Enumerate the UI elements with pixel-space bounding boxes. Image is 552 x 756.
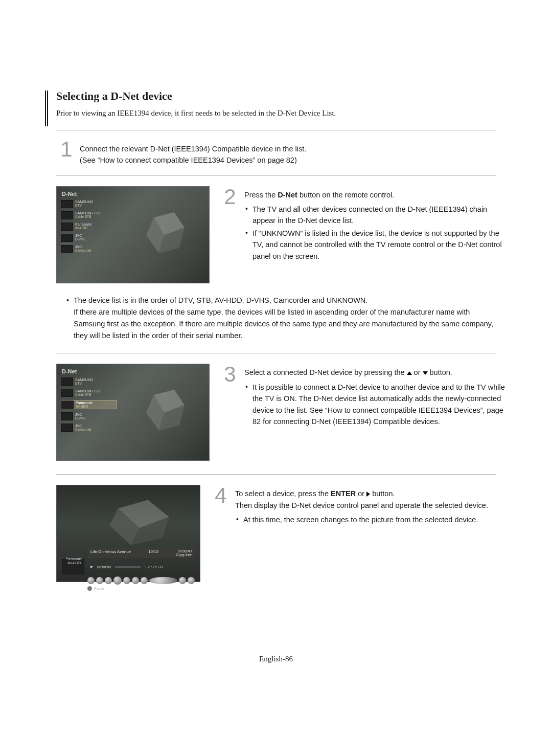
- step-4-line-2: Then display the D-Net device control pa…: [235, 501, 488, 509]
- dnet-title: D-Net: [62, 191, 77, 197]
- device-item: SAMSUNGDTV: [61, 200, 117, 208]
- cube-graphic: [133, 385, 195, 436]
- device-icon: [61, 245, 73, 253]
- device-sub: DTV: [75, 204, 114, 208]
- step-4: 4 To select a device, press the ENTER or…: [211, 485, 496, 526]
- step-2-bullet-1: The TV and all other devices connected o…: [252, 204, 505, 227]
- mid-note-bullet: The device list is in the order of DTV, …: [74, 295, 496, 342]
- device-item: JVCCamcorder: [61, 424, 117, 432]
- transport-btn-icon: [188, 577, 195, 584]
- ctrl-device-name: Panasonic: [66, 557, 83, 561]
- step-number-2: 2: [220, 186, 240, 208]
- device-list: SAMSUNGDTV SAMSUNG ELECable STB Panasoni…: [61, 200, 117, 256]
- device-sub: AV-HDD: [76, 405, 114, 409]
- device-sub: D-VHS: [75, 417, 114, 420]
- step-2-row: D-Net SAMSUNGDTV SAMSUNG ELECable STB Pa…: [56, 186, 496, 283]
- playback-state: Pause: [94, 587, 104, 590]
- control-bar: Life On Venus Avenue 15/15 00:00:40 Copy…: [62, 548, 195, 576]
- device-icon: [61, 401, 74, 409]
- dnet-title: D-Net: [62, 368, 77, 374]
- chapter-indicator: 15/15: [148, 549, 158, 557]
- section-heading: Selecting a D-Net device: [56, 90, 496, 103]
- step-2: 2 Press the D-Net button on the remote c…: [220, 186, 505, 263]
- step-number-1: 1: [56, 139, 77, 160]
- device-list: SAMSUNGDTV SAMSUNG ELECable STB Panasoni…: [61, 377, 117, 435]
- device-icon: [61, 424, 73, 432]
- down-arrow-icon: [423, 371, 428, 375]
- device-item: SAMSUNGDTV: [61, 377, 117, 386]
- device-item: SAMSUNG ELECable STB: [61, 211, 117, 219]
- divider: [56, 474, 496, 475]
- progress-bar: [115, 566, 141, 568]
- device-sub: Cable STB: [75, 393, 114, 397]
- device-icon: [61, 211, 73, 219]
- heading-ornament-bars: [45, 91, 48, 126]
- device-sub: AV-HDD: [75, 227, 114, 230]
- step-3-row: D-Net SAMSUNGDTV SAMSUNG ELECable STB Pa…: [56, 364, 496, 461]
- mid-note: The device list is in the order of DTV, …: [56, 295, 496, 342]
- divider: [56, 353, 496, 353]
- step-1-text: Connect the relevant D-Net (IEEE1394) Co…: [80, 139, 306, 166]
- divider: [56, 175, 496, 176]
- step-number-3: 3: [220, 364, 240, 385]
- device-sub: Camcorder: [75, 249, 114, 253]
- device-icon: [61, 234, 73, 242]
- up-arrow-icon: [407, 371, 412, 375]
- screenshot-control-panel: Life On Venus Avenue 15/15 00:00:40 Copy…: [56, 485, 200, 582]
- control-title-row: Life On Venus Avenue 15/15 00:00:40 Copy…: [87, 548, 195, 558]
- media-title: Life On Venus Avenue: [90, 549, 131, 557]
- device-sub: D-VHS: [75, 238, 114, 241]
- device-item: PanasonicAV-HDD: [61, 223, 117, 231]
- ctrl-device-sub: AV-HDD: [67, 561, 81, 565]
- timecode: 00:00:40: [178, 549, 192, 553]
- device-item: JVCCamcorder: [61, 245, 117, 253]
- step-4-row: Life On Venus Avenue 15/15 00:00:40 Copy…: [56, 485, 496, 582]
- step-1-line-2: (See “How to connect compatible IEEE1394…: [80, 156, 297, 164]
- step-3: 3 Select a connected D-Net device by pre…: [220, 364, 505, 428]
- device-item: JVCD-VHS: [61, 234, 117, 242]
- cube-graphic: [133, 207, 195, 258]
- pause-icon: [87, 586, 92, 591]
- step-2-lead: Press the D-Net button on the remote con…: [244, 189, 505, 201]
- position: 00:00:00: [97, 565, 111, 569]
- step-1-line-1: Connect the relevant D-Net (IEEE1394) Co…: [80, 145, 306, 153]
- step-number-4: 4: [211, 485, 231, 506]
- cube-graphic: [98, 496, 190, 547]
- page-footer: English-86: [0, 655, 552, 663]
- transport-btn-icon: [132, 577, 139, 584]
- step-3-bullet-1: It is possible to connect a D-Net device…: [252, 382, 505, 428]
- device-sub: Camcorder: [75, 428, 114, 432]
- device-sub: DTV: [75, 382, 114, 386]
- transport-btn-icon: [105, 577, 112, 584]
- divider: [56, 130, 496, 130]
- screenshot-dnet-list-2: D-Net SAMSUNGDTV SAMSUNG ELECable STB Pa…: [56, 364, 210, 461]
- transport-btn-icon: [87, 577, 95, 584]
- intro-text: Prior to viewing an IEEE1394 device, it …: [56, 109, 496, 118]
- step-3-lead: Select a connected D-Net device by press…: [244, 367, 505, 378]
- step-4-bullet-1: At this time, the screen changes to the …: [243, 514, 496, 525]
- device-item: SAMSUNG ELECable STB: [61, 389, 117, 397]
- copy-status: Copy-free: [176, 553, 192, 557]
- step-1: 1 Connect the relevant D-Net (IEEE1394) …: [56, 139, 496, 166]
- page-content: Selecting a D-Net device Prior to viewin…: [56, 90, 496, 582]
- device-item: JVCD-VHS: [61, 412, 117, 420]
- device-icon: [61, 389, 73, 397]
- storage-size: 1.2 / 75 GB: [145, 565, 163, 569]
- screenshot-dnet-list-1: D-Net SAMSUNGDTV SAMSUNG ELECable STB Pa…: [56, 186, 210, 283]
- playback-state-row: Pause: [87, 586, 195, 591]
- transport-btn-icon: [123, 577, 130, 584]
- device-icon: [61, 200, 73, 208]
- transport-buttons: [87, 576, 195, 585]
- transport-btn-icon: [141, 577, 148, 584]
- device-sub: Cable STB: [75, 215, 114, 219]
- device-icon: [61, 412, 73, 420]
- device-icon: [61, 377, 73, 386]
- step-4-lead: To select a device, press the ENTER or b…: [235, 488, 496, 511]
- transport-btn-icon: [113, 576, 122, 585]
- device-item-selected: PanasonicAV-HDD: [61, 400, 117, 409]
- transport-btn-icon: [96, 577, 103, 584]
- device-icon: [61, 223, 73, 231]
- step-2-bullet-2: If “UNKNOWN” is listed in the device lis…: [252, 228, 505, 262]
- transport-btn-icon: [179, 577, 186, 584]
